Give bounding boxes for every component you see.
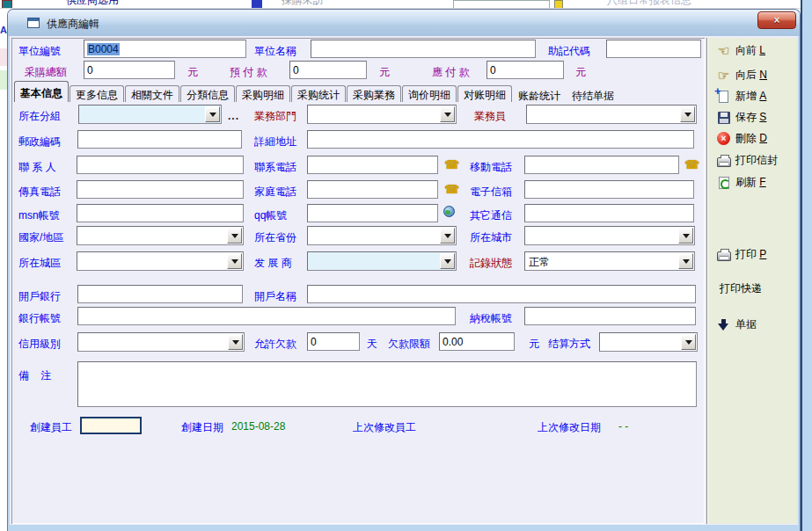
district-combo[interactable] [77,251,244,271]
tab-strip: 基本信息 更多信息 相關文件 分類信息 采购明细 采购统计 采购業務 询价明细 … [14,81,703,102]
unit-name-input[interactable] [311,40,536,58]
globe-icon [443,206,455,217]
purchase-total-input[interactable] [84,61,175,79]
refresh-button[interactable]: 刷新 F [716,175,766,190]
print-express-button[interactable]: 打印快递 [720,281,762,296]
record-status-combo[interactable]: 正常 [524,251,695,271]
tab-purchase-stats[interactable]: 采购统计 [291,85,346,102]
created-by-label: 創建員工 [30,420,72,435]
print-button[interactable]: 打印 P [716,247,766,262]
tab-reconcile-detail[interactable]: 对账明细 [457,85,512,102]
delete-button[interactable]: × 刪除 D [716,131,767,146]
dept-combo[interactable] [307,105,457,124]
tab-basic-info[interactable]: 基本信息 [14,81,69,102]
chevron-down-icon[interactable] [227,253,242,269]
bank-input[interactable] [77,285,243,303]
chevron-down-icon[interactable] [678,253,693,269]
home-phone-input[interactable] [307,180,438,199]
background-toolbar-icon [252,0,262,9]
print-icon [716,248,731,262]
other-im-input[interactable] [524,204,694,222]
tab-more-info[interactable]: 更多信息 [69,85,124,102]
mnemonic-label: 助記代碼 [548,44,590,59]
unit-code-label: 單位編號 [18,44,61,59]
save-button[interactable]: 保存 S [716,110,766,125]
remark-textarea[interactable] [77,361,697,407]
msn-input[interactable] [77,204,244,222]
allow-debt-unit: 天 [367,337,377,352]
new-button[interactable]: 新增 A [716,89,766,104]
tab-category-info[interactable]: 分類信息 [180,85,235,102]
salesman-combo[interactable] [526,105,697,124]
bank-account-input[interactable] [77,307,456,325]
address-input[interactable] [307,130,694,149]
credit-level-label: 信用級別 [18,337,61,352]
settle-method-combo[interactable] [599,332,698,352]
group-more-button[interactable]: ... [228,110,239,122]
modified-date-label: 上次修改日期 [538,420,601,435]
chevron-down-icon[interactable] [440,253,455,269]
background-menu-fragment: 供应商选用 [66,0,119,9]
background-menu-fragment: 八组日常报表信息 [607,0,691,8]
created-by-input[interactable] [80,417,142,434]
mobile-phone-input[interactable] [524,156,679,174]
forward-button[interactable]: ☜ 向前 L [716,43,765,58]
tax-account-input[interactable] [524,307,696,325]
documents-button[interactable]: 单据 [716,317,757,332]
dialog-client-area: 單位編號 B0004 單位名稱 助記代碼 采購總額 元 預 付 款 元 應 付 … [10,36,798,525]
chevron-down-icon[interactable] [680,106,695,122]
email-input[interactable] [524,180,694,199]
city-combo[interactable] [524,226,695,245]
mnemonic-input[interactable] [606,40,701,58]
address-label: 詳細地址 [254,135,296,149]
chevron-down-icon[interactable] [440,228,455,244]
chevron-down-icon[interactable] [440,106,455,122]
contact-input[interactable] [77,156,244,174]
allow-debt-input[interactable] [307,332,360,351]
qq-input[interactable] [307,204,438,222]
debt-limit-input[interactable] [439,332,515,351]
new-doc-icon [716,90,731,104]
account-name-input[interactable] [307,285,696,303]
chevron-down-icon[interactable] [227,228,242,244]
country-label: 國家/地區 [18,230,63,245]
print-envelope-button[interactable]: 打印信封 [716,153,778,168]
tab-purchase-business[interactable]: 采购業務 [347,85,401,102]
developer-combo[interactable] [307,251,457,271]
prepaid-label: 預 付 款 [230,65,267,80]
dialog-title: 供應商編輯 [47,17,99,32]
background-toolbar-strip: 供应商选用 採購來訪 八组日常报表信息 [0,0,812,9]
fax-input[interactable] [77,180,244,199]
down-arrow-icon [716,318,731,332]
debt-limit-unit: 元 [529,337,539,352]
chevron-down-icon[interactable] [678,228,693,244]
msn-label: msn帳號 [18,208,60,223]
background-menu-fragment: 採購來訪 [282,0,324,8]
chevron-down-icon[interactable] [681,334,696,350]
province-combo[interactable] [307,226,457,245]
country-combo[interactable] [77,226,244,245]
chevron-down-icon[interactable] [205,106,220,122]
credit-level-combo[interactable] [77,332,245,352]
background-row-pink [0,48,7,66]
phone-icon: ☎ [444,158,459,171]
tab-inquiry-detail[interactable]: 询价明细 [402,85,457,102]
tab-purchase-detail[interactable]: 采购明细 [236,85,290,102]
tab-related-files[interactable]: 相關文件 [125,85,179,102]
tab-aging-stats[interactable]: 账龄统计 [513,85,566,102]
refresh-icon [716,176,731,190]
postcode-input[interactable] [77,130,242,149]
prepaid-input[interactable] [289,61,367,79]
unit-code-input[interactable]: B0004 [84,40,246,58]
group-combo[interactable] [78,105,222,124]
contact-phone-input[interactable] [307,156,438,174]
payable-input[interactable] [486,61,564,79]
selected-text: B0004 [87,43,120,55]
dialog-titlebar[interactable]: 供應商編輯 × [8,10,800,36]
next-button[interactable]: ☞ 向后 N [716,68,767,83]
hand-right-icon: ☞ [716,69,731,83]
close-button[interactable]: × [757,11,796,29]
payable-unit: 元 [575,65,586,80]
chevron-down-icon[interactable] [228,334,243,350]
tab-pending-docs[interactable]: 待结单据 [567,85,619,102]
